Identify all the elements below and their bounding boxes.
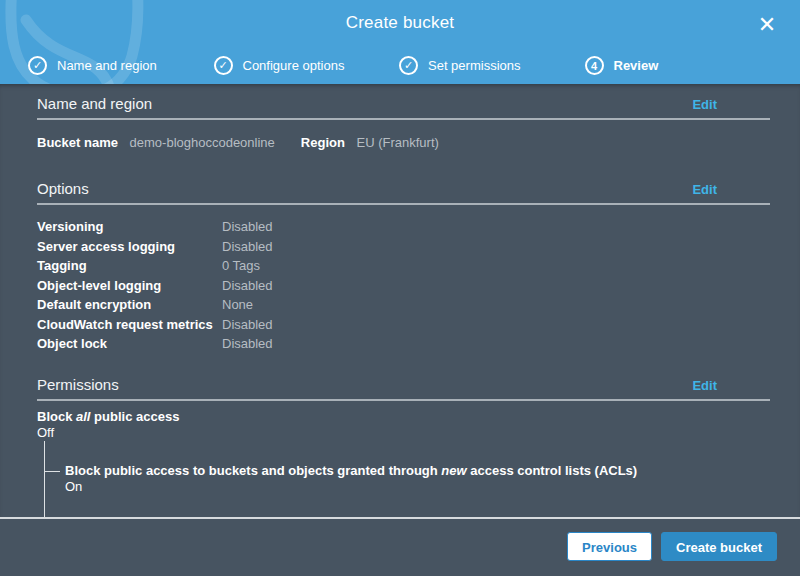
step-check-icon: ✓ xyxy=(28,56,47,75)
divider xyxy=(37,203,770,205)
step-label: Review xyxy=(614,58,659,73)
edit-name-region-link[interactable]: Edit xyxy=(692,97,717,112)
permission-label: Block public access to buckets and objec… xyxy=(65,517,770,520)
permission-item-new-acls: Block public access to buckets and objec… xyxy=(45,441,770,495)
section-options: Options Edit Versioning Disabled Server … xyxy=(37,150,770,354)
dialog-footer: Previous Create bucket xyxy=(0,519,800,574)
region-field: Region EU (Frankfurt) xyxy=(301,135,439,150)
option-label: CloudWatch request metrics xyxy=(37,315,222,335)
step-review[interactable]: 4 Review xyxy=(585,56,771,75)
option-value: Disabled xyxy=(222,315,273,335)
option-row-versioning: Versioning Disabled xyxy=(37,217,770,237)
field-value: EU (Frankfurt) xyxy=(357,135,439,150)
option-row-default-encryption: Default encryption None xyxy=(37,295,770,315)
step-check-icon: ✓ xyxy=(214,56,233,75)
block-all-public-access-label: Block all public access xyxy=(37,409,770,425)
option-row-object-lock: Object lock Disabled xyxy=(37,334,770,354)
section-title: Permissions xyxy=(37,376,119,393)
option-value: 0 Tags xyxy=(222,256,260,276)
permissions-tree: Block public access to buckets and objec… xyxy=(44,441,770,520)
option-value: Disabled xyxy=(222,276,273,296)
option-value: Disabled xyxy=(222,217,273,237)
step-number-icon: 4 xyxy=(585,56,604,75)
previous-button[interactable]: Previous xyxy=(567,532,652,561)
step-label: Set permissions xyxy=(428,58,520,73)
option-row-server-access-logging: Server access logging Disabled xyxy=(37,237,770,257)
review-panel: Name and region Edit Bucket name demo-bl… xyxy=(0,84,800,519)
option-value: None xyxy=(222,295,253,315)
block-all-public-access-state: Off xyxy=(37,425,770,441)
edit-options-link[interactable]: Edit xyxy=(692,182,717,197)
permission-item-any-acls: Block public access to buckets and objec… xyxy=(45,495,770,520)
section-name-and-region: Name and region Edit Bucket name demo-bl… xyxy=(37,84,770,150)
create-bucket-button[interactable]: Create bucket xyxy=(661,532,777,561)
option-label: Server access logging xyxy=(37,237,222,257)
option-label: Versioning xyxy=(37,217,222,237)
option-value: Disabled xyxy=(222,237,273,257)
option-label: Object-level logging xyxy=(37,276,222,296)
close-icon[interactable]: ✕ xyxy=(754,12,780,38)
option-label: Default encryption xyxy=(37,295,222,315)
field-value: demo-bloghoccodeonline xyxy=(130,135,275,150)
option-row-object-level-logging: Object-level logging Disabled xyxy=(37,276,770,296)
edit-permissions-link[interactable]: Edit xyxy=(692,378,717,393)
field-label: Bucket name xyxy=(37,135,118,150)
section-permissions: Permissions Edit Block all public access… xyxy=(37,354,770,520)
step-label: Configure options xyxy=(243,58,345,73)
option-row-tagging: Tagging 0 Tags xyxy=(37,256,770,276)
wizard-steps: ✓ Name and region ✓ Configure options ✓ … xyxy=(0,56,800,75)
step-name-and-region[interactable]: ✓ Name and region xyxy=(28,56,214,75)
divider xyxy=(37,399,770,401)
step-check-icon: ✓ xyxy=(399,56,418,75)
section-title: Name and region xyxy=(37,95,152,112)
option-row-cloudwatch-request-metrics: CloudWatch request metrics Disabled xyxy=(37,315,770,335)
step-set-permissions[interactable]: ✓ Set permissions xyxy=(399,56,585,75)
section-title: Options xyxy=(37,180,89,197)
divider xyxy=(37,118,770,120)
option-label: Object lock xyxy=(37,334,222,354)
option-value: Disabled xyxy=(222,334,273,354)
permission-state: On xyxy=(65,479,770,495)
option-label: Tagging xyxy=(37,256,222,276)
dialog-header: Create bucket ✕ ✓ Name and region ✓ Conf… xyxy=(0,0,800,84)
permission-label: Block public access to buckets and objec… xyxy=(65,463,770,479)
step-label: Name and region xyxy=(57,58,157,73)
dialog-title: Create bucket xyxy=(0,0,800,33)
bucket-name-field: Bucket name demo-bloghoccodeonline xyxy=(37,135,275,150)
step-configure-options[interactable]: ✓ Configure options xyxy=(214,56,400,75)
field-label: Region xyxy=(301,135,345,150)
